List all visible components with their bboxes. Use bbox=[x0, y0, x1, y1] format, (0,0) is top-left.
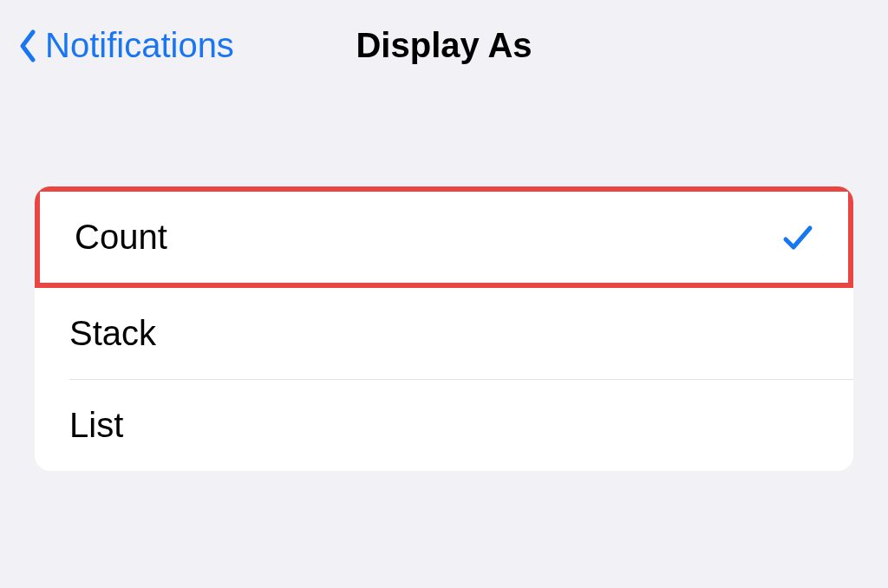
option-label: List bbox=[69, 406, 123, 445]
back-button-label: Notifications bbox=[45, 26, 234, 65]
option-label: Count bbox=[75, 218, 167, 257]
option-stack[interactable]: Stack bbox=[35, 288, 853, 379]
header-bar: Notifications Display As bbox=[0, 0, 888, 100]
back-button[interactable]: Notifications bbox=[17, 26, 234, 65]
option-label: Stack bbox=[69, 314, 156, 353]
chevron-left-icon bbox=[17, 29, 38, 63]
option-list[interactable]: List bbox=[35, 380, 853, 471]
option-count[interactable]: Count bbox=[35, 186, 853, 288]
checkmark-icon bbox=[782, 222, 813, 253]
options-list: Count Stack List bbox=[35, 186, 853, 471]
page-title: Display As bbox=[356, 26, 532, 65]
